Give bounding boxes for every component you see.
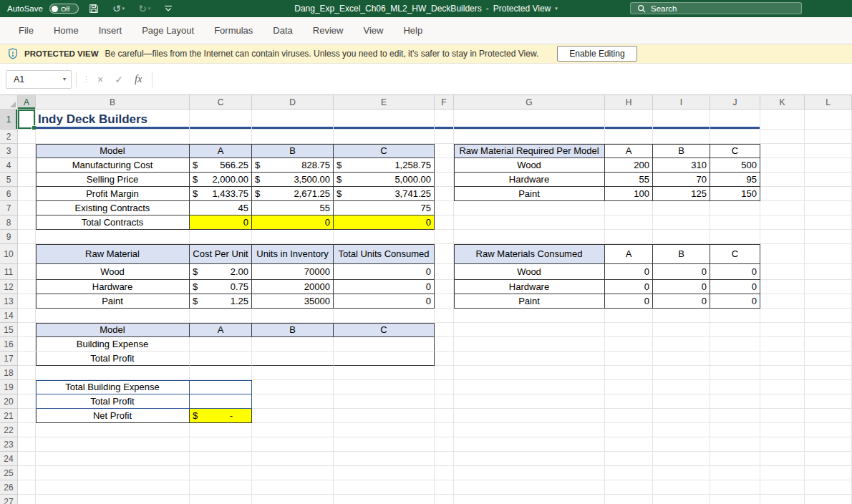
- cell-D25[interactable]: [252, 466, 334, 480]
- cell-D15[interactable]: B: [252, 323, 334, 337]
- enter-button[interactable]: ✓: [109, 74, 129, 85]
- row-header-3[interactable]: 3: [0, 144, 18, 158]
- cell-B8[interactable]: Total Contracts: [36, 215, 190, 230]
- cell-E7[interactable]: 75: [334, 201, 435, 215]
- cell-E27[interactable]: [334, 495, 435, 504]
- cell-K15[interactable]: [760, 323, 805, 337]
- cell-H12[interactable]: 0: [605, 280, 653, 294]
- cell-L1[interactable]: [805, 110, 852, 130]
- cell-A13[interactable]: [18, 294, 36, 309]
- cell-B5[interactable]: Selling Price: [36, 173, 190, 187]
- cell-A9[interactable]: [18, 230, 36, 244]
- cell-D13[interactable]: 35000: [252, 294, 334, 309]
- cell-I27[interactable]: [653, 495, 710, 504]
- cell-L19[interactable]: [805, 380, 852, 394]
- cell-A2[interactable]: [18, 130, 36, 144]
- cell-G16[interactable]: [454, 337, 605, 352]
- cell-B4[interactable]: Manufacturing Cost: [36, 158, 190, 173]
- redo-button[interactable]: ↻ ▾: [135, 2, 154, 15]
- cell-L18[interactable]: [805, 366, 852, 380]
- cell-J8[interactable]: [710, 215, 760, 230]
- cell-J5[interactable]: 95: [710, 173, 760, 187]
- cell-I17[interactable]: [653, 352, 710, 366]
- row-header-27[interactable]: 27: [0, 495, 18, 504]
- cell-J20[interactable]: [710, 394, 760, 409]
- cell-F13[interactable]: [435, 294, 454, 309]
- cell-F3[interactable]: [435, 144, 454, 158]
- cell-C25[interactable]: [190, 466, 252, 480]
- column-header-F[interactable]: F: [435, 95, 454, 110]
- cell-E11[interactable]: 0: [334, 264, 435, 280]
- cell-D12[interactable]: 20000: [252, 280, 334, 294]
- cell-I5[interactable]: 70: [653, 173, 710, 187]
- cell-G15[interactable]: [454, 323, 605, 337]
- cell-J27[interactable]: [710, 495, 760, 504]
- cell-C1[interactable]: [190, 110, 252, 130]
- cell-F9[interactable]: [435, 230, 454, 244]
- cell-G9[interactable]: [454, 230, 605, 244]
- cell-C5[interactable]: $2,000.00: [190, 173, 252, 187]
- cell-A12[interactable]: [18, 280, 36, 294]
- cell-H24[interactable]: [605, 452, 653, 466]
- cell-K1[interactable]: [760, 110, 805, 130]
- cell-H7[interactable]: [605, 201, 653, 215]
- cell-F17[interactable]: [435, 352, 454, 366]
- cell-F5[interactable]: [435, 173, 454, 187]
- cell-G6[interactable]: Paint: [454, 187, 605, 201]
- cell-L4[interactable]: [805, 158, 852, 173]
- tab-file[interactable]: File: [9, 17, 44, 44]
- cell-E20[interactable]: [334, 394, 435, 409]
- cell-D5[interactable]: $3,500.00: [252, 173, 334, 187]
- cell-H1[interactable]: [605, 110, 653, 130]
- cell-B2[interactable]: [36, 130, 190, 144]
- cell-I7[interactable]: [653, 201, 710, 215]
- cell-E22[interactable]: [334, 423, 435, 437]
- save-button[interactable]: [85, 2, 102, 15]
- cell-L25[interactable]: [805, 466, 852, 480]
- cell-I8[interactable]: [653, 215, 710, 230]
- cell-I18[interactable]: [653, 366, 710, 380]
- cell-K3[interactable]: [760, 144, 805, 158]
- cell-E12[interactable]: 0: [334, 280, 435, 294]
- row-header-8[interactable]: 8: [0, 215, 18, 230]
- row-header-18[interactable]: 18: [0, 366, 18, 380]
- cell-H25[interactable]: [605, 466, 653, 480]
- cell-E23[interactable]: [334, 437, 435, 452]
- cell-L5[interactable]: [805, 173, 852, 187]
- cell-J6[interactable]: 150: [710, 187, 760, 201]
- cell-E6[interactable]: $3,741.25: [334, 187, 435, 201]
- column-header-G[interactable]: G: [454, 95, 605, 110]
- row-header-11[interactable]: 11: [0, 264, 18, 280]
- cell-E26[interactable]: [334, 480, 435, 495]
- cell-B10[interactable]: Raw Material: [36, 244, 190, 264]
- cell-C6[interactable]: $1,433.75: [190, 187, 252, 201]
- cell-K22[interactable]: [760, 423, 805, 437]
- cell-L8[interactable]: [805, 215, 852, 230]
- cell-C11[interactable]: $2.00: [190, 264, 252, 280]
- cell-C14[interactable]: [190, 309, 252, 323]
- cell-J7[interactable]: [710, 201, 760, 215]
- cell-K13[interactable]: [760, 294, 805, 309]
- cell-H27[interactable]: [605, 495, 653, 504]
- cell-L6[interactable]: [805, 187, 852, 201]
- cell-I2[interactable]: [653, 130, 710, 144]
- cell-K18[interactable]: [760, 366, 805, 380]
- cell-I24[interactable]: [653, 452, 710, 466]
- cell-G13[interactable]: Paint: [454, 294, 605, 309]
- tab-page-layout[interactable]: Page Layout: [132, 17, 204, 44]
- cell-L20[interactable]: [805, 394, 852, 409]
- cell-A1[interactable]: [18, 110, 36, 130]
- cell-A24[interactable]: [18, 452, 36, 466]
- cell-D19[interactable]: [252, 380, 334, 394]
- cell-E16[interactable]: [334, 337, 435, 352]
- cell-A7[interactable]: [18, 201, 36, 215]
- formula-input[interactable]: [157, 70, 852, 89]
- cell-K19[interactable]: [760, 380, 805, 394]
- cell-D6[interactable]: $2,671.25: [252, 187, 334, 201]
- cell-I9[interactable]: [653, 230, 710, 244]
- cell-L21[interactable]: [805, 409, 852, 423]
- cell-I19[interactable]: [653, 380, 710, 394]
- cell-H14[interactable]: [605, 309, 653, 323]
- cell-L12[interactable]: [805, 280, 852, 294]
- cell-E2[interactable]: [334, 130, 435, 144]
